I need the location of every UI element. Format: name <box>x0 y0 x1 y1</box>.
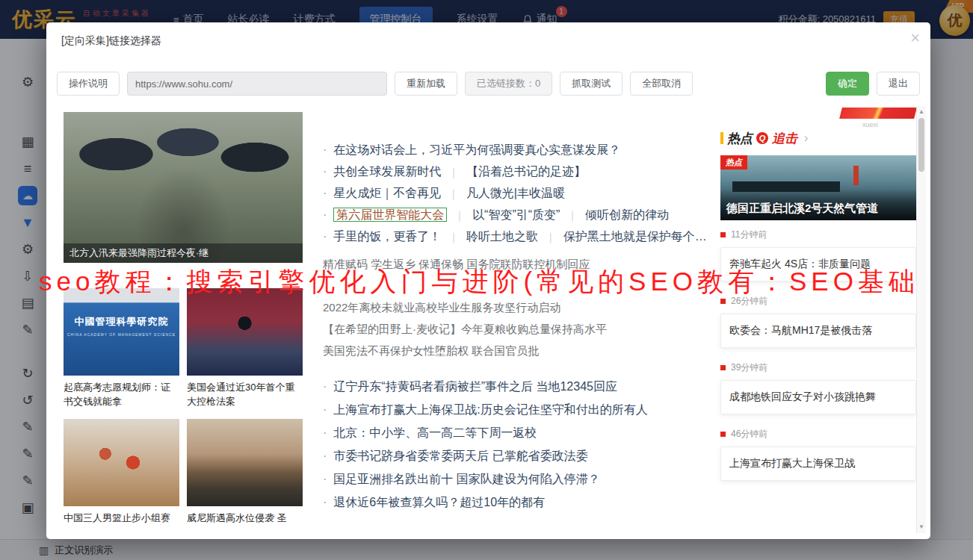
scroll-up-icon[interactable]: ▲ <box>917 107 926 117</box>
news-link[interactable]: 聆听土地之歌 <box>466 230 538 243</box>
hot-item-card[interactable]: 欧委会：马航MH17是被俄击落 <box>720 314 916 348</box>
hot-item-card[interactable]: 成都地铁回应女子对小孩跳艳舞 <box>720 380 916 414</box>
card-row-1: 中國管理科學研究院 CHINA ACADEMY OF MANAGEMENT SC… <box>64 288 303 408</box>
promo-banner-text: xuexi <box>862 121 878 128</box>
news-link[interactable]: 以“智变”引“质变” <box>472 208 560 221</box>
scroll-down-icon[interactable]: ▼ <box>917 522 926 532</box>
hot-item-card[interactable]: 奔驰车起火 4S店：非质量问题 <box>720 247 916 281</box>
help-button[interactable]: 操作说明 <box>57 72 120 96</box>
news-link[interactable]: 【在希望的田野上·麦收记】今年夏粮收购总量保持高水平 <box>323 323 607 335</box>
hot-header[interactable]: 热点 Q 追击 › <box>720 130 916 146</box>
hot-item[interactable]: 46分钟前 上海宣布打赢大上海保卫战 <box>720 427 916 481</box>
hot-item[interactable]: 26分钟前 欧委会：马航MH17是被俄击落 <box>720 294 916 348</box>
toolbar-spacer <box>700 72 818 96</box>
news-link[interactable]: 【沿着总书记的足迹】 <box>466 165 586 178</box>
accent-bar <box>720 132 723 144</box>
feature-caption: 德国正重启北溪2号天然气管道 <box>726 202 878 216</box>
card-caption: 美国会通过近30年首个重大控枪法案 <box>187 380 303 408</box>
url-input[interactable] <box>127 72 387 96</box>
news-card[interactable]: 威尼斯遇高水位侵袭 圣 <box>187 419 303 525</box>
bullet: · <box>323 496 327 508</box>
news-link[interactable]: 手里的饭，更香了！ <box>333 230 441 243</box>
main-image-caption: 北方入汛来最强降雨过程今夜·继 <box>64 243 303 263</box>
timeline-bullet <box>720 299 726 304</box>
exit-button[interactable]: 退出 <box>877 72 920 96</box>
news-row: ·在这场对话会上，习近平为何强调要真心实意谋发展？ <box>323 139 717 161</box>
ship-stack-graphic <box>853 166 859 185</box>
confirm-button[interactable]: 确定 <box>826 72 869 96</box>
news-row: 美国宪法不再保护女性堕胎权 联合国官员批 <box>323 340 717 361</box>
news-link[interactable]: 市委书记跻身省委常委两天后 已掌舵省委政法委 <box>333 449 587 462</box>
news-card[interactable]: 中國管理科學研究院 CHINA ACADEMY OF MANAGEMENT SC… <box>64 288 179 408</box>
bullet: · <box>323 208 327 221</box>
bullet: · <box>323 230 327 243</box>
card-row-2: 中国三人男篮止步小组赛 威尼斯遇高水位侵袭 圣 <box>64 419 303 525</box>
news-link[interactable]: 退休近6年被查算久吗？超过10年的都有 <box>333 496 545 508</box>
news-link[interactable]: 共创全球发展新时代 <box>333 165 441 178</box>
news-row: ·国足亚洲排名跌出前十 国家队建设为何陷入停滞？ <box>323 467 717 491</box>
bullet: · <box>323 165 327 178</box>
hot-item-time: 11分钟前 <box>731 228 767 241</box>
hot-badge: 热点 <box>720 155 747 169</box>
reload-button[interactable]: 重新加载 <box>395 72 457 96</box>
bullet: · <box>323 473 327 485</box>
bullet: · <box>323 426 327 439</box>
news-link[interactable]: 精准赋码 学生返乡 保通保畅 国务院联防联控机制回应 <box>323 258 590 270</box>
news-link[interactable]: 2022年离校未就业高校毕业生服务攻坚行动启动 <box>323 301 560 314</box>
news-column: ·在这场对话会上，习近平为何强调要真心实意谋发展？ ·共创全球发展新时代｜【沿着… <box>323 139 717 514</box>
news-link[interactable]: 保护黑土地就是保护每个… <box>563 230 707 243</box>
venice-image <box>187 419 303 506</box>
news-row: ·第六届世界智能大会｜以“智变”引“质变”｜倾听创新的律动 <box>323 204 717 225</box>
news-link[interactable]: 倾听创新的律动 <box>585 208 669 221</box>
hot-item-text: 欧委会：马航MH17是被俄击落 <box>729 324 872 336</box>
grab-test-button[interactable]: 抓取测试 <box>560 72 623 96</box>
news-link[interactable]: 在这场对话会上，习近平为何强调要真心实意谋发展？ <box>333 143 620 156</box>
news-link[interactable]: 凡人微光|丰收温暖 <box>466 187 565 199</box>
close-icon[interactable]: × <box>910 28 920 48</box>
hot-item[interactable]: 11分钟前 奔驰车起火 4S店：非质量问题 <box>720 228 916 281</box>
cancel-all-button[interactable]: 全部取消 <box>630 72 693 96</box>
selected-news-link[interactable]: 第六届世界智能大会 <box>333 208 447 222</box>
selected-count-badge: 已选链接数：0 <box>465 72 552 96</box>
news-link[interactable]: 美国宪法不再保护女性堕胎权 联合国官员批 <box>323 344 539 357</box>
news-row: ·北京：中小学、高一高二等下周一返校 <box>323 421 717 444</box>
hot-item-time: 46分钟前 <box>731 428 767 441</box>
page-preview: xuexi 北方入汛来最强降雨过程今夜·继 中國管理科學研究院 CHINA AC… <box>57 106 926 533</box>
card-caption: 起底高考志愿规划师：证书交钱就能拿 <box>64 380 179 408</box>
news-row: ·手里的饭，更香了！｜聆听土地之歌｜保护黑土地就是保护每个… <box>323 225 717 247</box>
news-row: ·市委书记跻身省委常委两天后 已掌舵省委政法委 <box>323 444 717 467</box>
speech-image <box>187 288 303 376</box>
timeline-bullet <box>720 432 726 437</box>
hot-item-time: 39分钟前 <box>731 361 767 374</box>
news-link[interactable]: 星火成炬｜不舍再见 <box>333 187 441 199</box>
hot-title-red: 追击 <box>772 130 797 147</box>
separator: ｜ <box>448 231 459 243</box>
hot-item[interactable]: 39分钟前 成都地铁回应女子对小孩跳艳舞 <box>720 361 916 414</box>
hot-icon: Q <box>756 132 768 144</box>
timeline-bullet <box>720 232 726 237</box>
news-row: 【在希望的田野上·麦收记】今年夏粮收购总量保持高水平 <box>323 318 717 340</box>
separator: ｜ <box>448 187 459 199</box>
main-news-image[interactable]: 北方入汛来最强降雨过程今夜·继 <box>64 112 303 263</box>
hot-item-time: 26分钟前 <box>731 295 767 308</box>
news-card[interactable]: 美国会通过近30年首个重大控枪法案 <box>187 288 303 408</box>
scrollbar-thumb[interactable] <box>918 118 924 172</box>
bullet: · <box>323 187 327 199</box>
news-link[interactable]: 辽宁丹东“持黄码者看病被拦”事件之后 当地12345回应 <box>333 380 617 393</box>
hot-item-text: 上海宣布打赢大上海保卫战 <box>729 457 855 469</box>
news-row: 2022年离校未就业高校毕业生服务攻坚行动启动 <box>323 296 717 318</box>
news-card[interactable]: 中国三人男篮止步小组赛 <box>64 419 179 525</box>
news-link[interactable]: 北京：中小学、高一高二等下周一返校 <box>333 426 537 439</box>
news-link[interactable]: 上海宣布打赢大上海保卫战:历史会记住坚守和付出的所有人 <box>333 403 647 416</box>
preview-scrollbar[interactable]: ▲ ▼ <box>916 106 926 533</box>
basketball-image <box>64 419 179 506</box>
hot-feature-image[interactable]: 热点 德国正重启北溪2号天然气管道 <box>720 155 916 220</box>
institute-subtitle: CHINA ACADEMY OF MANAGEMENT SCIENCE <box>64 332 179 337</box>
card-caption: 威尼斯遇高水位侵袭 圣 <box>187 511 303 525</box>
hot-title-dark: 热点 <box>727 130 753 147</box>
news-row: ·上海宣布打赢大上海保卫战:历史会记住坚守和付出的所有人 <box>323 398 717 421</box>
hot-item-card[interactable]: 上海宣布打赢大上海保卫战 <box>720 447 916 481</box>
news-row: ·辽宁丹东“持黄码者看病被拦”事件之后 当地12345回应 <box>323 375 717 398</box>
sohu-left-column: 北方入汛来最强降雨过程今夜·继 中國管理科學研究院 CHINA ACADEMY … <box>64 112 303 525</box>
news-link[interactable]: 国足亚洲排名跌出前十 国家队建设为何陷入停滞？ <box>333 473 599 485</box>
